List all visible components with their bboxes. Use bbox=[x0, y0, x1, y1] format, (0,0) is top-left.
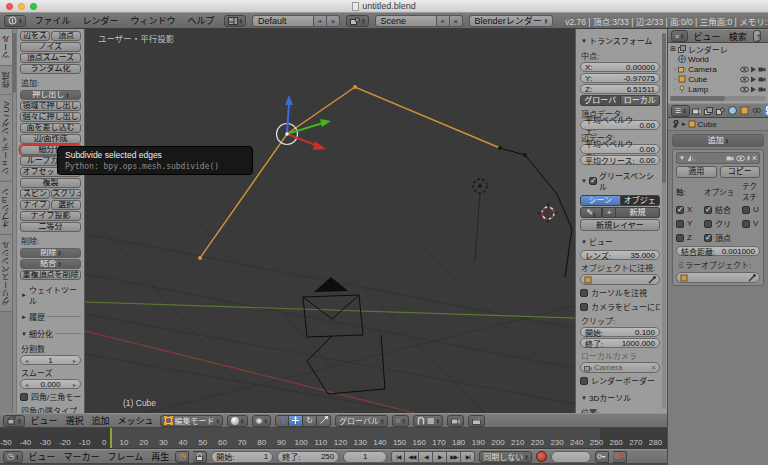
av-sync-dropdown[interactable]: 同期しない▴▾ bbox=[479, 451, 532, 463]
scale-manipulator-toggle[interactable] bbox=[317, 415, 331, 427]
outliner-scrollbar[interactable] bbox=[670, 96, 766, 101]
visibility-eye-icon[interactable] bbox=[740, 66, 749, 73]
timeline-menu-playback[interactable]: 再生 bbox=[149, 450, 171, 463]
weight-tools-panel-header[interactable]: ►ウェイトツール bbox=[20, 281, 81, 307]
screen-layout-icon[interactable]: ▴▾ bbox=[224, 15, 247, 27]
clear-camera-icon[interactable]: × bbox=[651, 363, 656, 372]
randomize-button[interactable]: ランダム化 bbox=[20, 64, 81, 74]
mean-bevel-weight-edge-field[interactable]: 平均ベベルウェ:0.00 bbox=[580, 144, 660, 154]
tab-render-layers-icon[interactable] bbox=[703, 105, 714, 116]
smooth-vertex-button[interactable]: 頂点スムーズ bbox=[20, 53, 81, 63]
close-layout-button[interactable]: × bbox=[327, 15, 340, 27]
snap-dropdown[interactable]: ▦▴▾ bbox=[413, 415, 443, 427]
tab-scene-icon[interactable] bbox=[715, 105, 726, 116]
editor-type-properties-button[interactable]: ☰▴▾ bbox=[671, 105, 690, 117]
history-panel-header[interactable]: ►履歴 bbox=[20, 308, 81, 323]
duplicate-button[interactable]: 複製 bbox=[20, 178, 81, 188]
grease-scene-toggle[interactable]: シーン bbox=[580, 195, 621, 206]
menu-help[interactable]: ヘルプ bbox=[185, 14, 218, 27]
delete-keyframe-key-icon[interactable] bbox=[613, 451, 627, 463]
vertex-groups-checkbox[interactable]: 頂点 bbox=[704, 231, 740, 244]
editor-type-timeline-button[interactable]: ◷▴▾ bbox=[3, 451, 23, 463]
vertex-slide-button[interactable]: 頂点 bbox=[51, 31, 81, 41]
screen-layout-selector[interactable]: Default + × bbox=[252, 15, 340, 27]
add-scene-button[interactable]: + bbox=[437, 15, 450, 27]
current-frame-field[interactable]: 1 bbox=[343, 451, 387, 463]
extrude-region-button[interactable]: 領域で押し出し bbox=[20, 101, 81, 111]
cursor-3d-panel-header[interactable]: ▼3Dカーソル bbox=[580, 388, 660, 405]
tool-shelf-tab[interactable]: シェーディング / UV bbox=[0, 95, 12, 182]
screen-layout-value[interactable]: Default bbox=[252, 15, 314, 27]
modifier-header[interactable]: ▼ ▴▾ × bbox=[676, 152, 760, 164]
scene-icon[interactable]: ▴▾ bbox=[346, 15, 369, 27]
axis-y-checkbox[interactable]: Y bbox=[676, 218, 702, 229]
render-border-checkbox[interactable]: レンダーボーダー bbox=[580, 374, 660, 387]
tool-shelf-tab[interactable]: 作成 bbox=[0, 66, 12, 95]
timeline-menu-marker[interactable]: マーカー bbox=[62, 450, 102, 463]
jump-to-start-button[interactable]: |◀ bbox=[391, 451, 405, 463]
frame-start-field[interactable]: 開始:1 bbox=[211, 451, 273, 463]
prev-keyframe-button[interactable]: ◀◀ bbox=[405, 451, 419, 463]
editor-type-3dview-button[interactable]: ▴▾ bbox=[3, 415, 25, 427]
grease-object-toggle[interactable]: オブジェクト bbox=[621, 195, 661, 206]
jump-to-end-button[interactable]: ▶| bbox=[461, 451, 475, 463]
delete-modifier-icon[interactable]: × bbox=[752, 153, 757, 163]
add-crosshair-icon[interactable]: + bbox=[602, 207, 616, 218]
proportional-edit-dropdown[interactable]: ○▴▾ bbox=[392, 415, 409, 427]
outliner-row-cube[interactable]: ◦ Cube bbox=[670, 74, 766, 84]
merge-menu-button[interactable]: 結合▴▾ bbox=[20, 259, 81, 269]
play-button[interactable]: ▶ bbox=[433, 451, 447, 463]
outliner-row-camera[interactable]: ◦ Camera bbox=[670, 64, 766, 74]
knife-project-button[interactable]: ナイフ投影 bbox=[20, 211, 81, 221]
inset-faces-button[interactable]: 面を差し込む bbox=[20, 123, 81, 133]
selectability-arrow-icon[interactable] bbox=[750, 76, 757, 83]
smoothness-slider[interactable]: ◂0.000▸ bbox=[20, 379, 81, 389]
viewport-menu-add[interactable]: 追加 bbox=[90, 414, 112, 427]
outliner-row-world[interactable]: World bbox=[670, 54, 766, 64]
clip-start-field[interactable]: 開始:0.100 bbox=[580, 327, 660, 337]
tab-constraints-icon[interactable] bbox=[751, 105, 762, 116]
frame-end-field[interactable]: 終了:250 bbox=[277, 451, 339, 463]
pivot-point-dropdown[interactable]: ◉▴▾ bbox=[252, 415, 272, 427]
translate-manipulator-toggle[interactable] bbox=[289, 415, 303, 427]
number-of-cuts-slider[interactable]: ◂1▸ bbox=[20, 355, 81, 365]
viewport-shading-dropdown[interactable]: ▴▾ bbox=[227, 415, 248, 427]
menu-file[interactable]: ファイル bbox=[32, 14, 74, 27]
editor-type-info-button[interactable]: ▴▾ bbox=[4, 15, 26, 27]
knife-select-button[interactable]: 選択 bbox=[51, 200, 81, 210]
lock-time-icon[interactable] bbox=[193, 451, 207, 463]
subdivide-operator-panel-header[interactable]: ▼細分化 bbox=[20, 324, 81, 341]
timeline-menu-frame[interactable]: フレーム bbox=[106, 450, 146, 463]
tool-shelf-tab[interactable]: オプション bbox=[0, 182, 12, 235]
global-toggle[interactable]: グローバル bbox=[580, 95, 621, 106]
lens-field[interactable]: レンズ:35.000 bbox=[580, 250, 660, 260]
viewport-menu-mesh[interactable]: メッシュ bbox=[116, 414, 156, 427]
lock-object-field[interactable] bbox=[580, 274, 660, 285]
render-toggle-icon[interactable] bbox=[726, 155, 734, 162]
manipulator-axes-icon[interactable] bbox=[275, 415, 289, 427]
add-layout-button[interactable]: + bbox=[314, 15, 327, 27]
mode-dropdown[interactable]: 編集モード▴▾ bbox=[160, 415, 224, 427]
opengl-render-anim-button[interactable] bbox=[468, 415, 485, 427]
clipping-checkbox[interactable]: クリ bbox=[704, 217, 740, 230]
new-layer-button[interactable]: 新規レイヤー bbox=[580, 219, 660, 231]
median-y-field[interactable]: Y:-0.97075 bbox=[580, 73, 660, 83]
tool-shelf-tab[interactable]: ツール bbox=[0, 29, 12, 66]
visibility-eye-icon[interactable] bbox=[740, 76, 749, 83]
mirror-object-field[interactable] bbox=[676, 272, 760, 283]
median-z-field[interactable]: Z:6.51511 bbox=[580, 84, 660, 94]
insert-keyframe-key-icon[interactable] bbox=[595, 451, 609, 463]
outliner-filter-dropdown[interactable]: 全てのシーン bbox=[753, 30, 761, 42]
tool-shelf-tab[interactable]: グリースペンシル bbox=[0, 235, 12, 312]
delete-menu-button[interactable]: 削除▴▾ bbox=[20, 248, 81, 258]
copy-modifier-button[interactable]: コピー bbox=[720, 166, 761, 178]
tab-object-icon[interactable] bbox=[739, 105, 750, 116]
add-modifier-dropdown[interactable]: 追加▴▾ bbox=[672, 134, 764, 147]
extrude-menu-button[interactable]: 押し出し▴▾ bbox=[20, 90, 81, 100]
make-edge-face-button[interactable]: 辺/面作成 bbox=[20, 134, 81, 144]
local-toggle[interactable]: ローカル bbox=[621, 95, 661, 106]
current-frame-marker[interactable] bbox=[110, 428, 112, 448]
median-x-field[interactable]: X:0.00000 bbox=[580, 62, 660, 72]
rotate-manipulator-toggle[interactable]: ↻ bbox=[303, 415, 317, 427]
preview-range-clock-icon[interactable]: ◷ bbox=[175, 451, 189, 463]
